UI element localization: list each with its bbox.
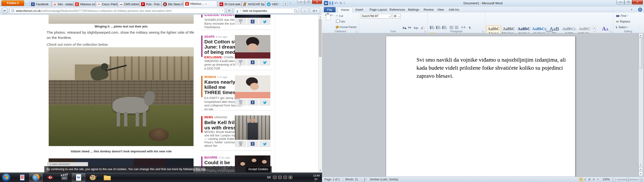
scroll-up-icon[interactable]: ▲ — [319, 16, 322, 18]
replace-button[interactable]: abReplace — [616, 20, 630, 23]
sidebar-thumbnail[interactable] — [235, 75, 270, 98]
styles-dialog-launcher[interactable] — [610, 30, 612, 32]
reload-button[interactable]: ⟳ — [226, 8, 232, 14]
url-bar[interactable]: www.thesun.co.uk/sol/homepage/features/4… — [10, 8, 225, 14]
comments-button[interactable]: 1 — [235, 18, 246, 25]
zoom-slider-thumb[interactable] — [627, 178, 628, 181]
tab-nascar[interactable]: NASCAR Sp... — [242, 2, 265, 7]
volume-muted-icon[interactable]: x — [278, 176, 282, 179]
taskbar-clock[interactable]: 13:4907-Mar-13 — [313, 174, 320, 182]
collapse-ribbon-icon[interactable]: ▲ — [630, 8, 633, 11]
font-size-select[interactable]: 16▾ — [392, 14, 400, 19]
scroll-down-icon[interactable]: ▼ — [319, 169, 322, 171]
font-dialog-launcher[interactable] — [425, 30, 427, 32]
close-button[interactable]: ✕ — [632, 0, 643, 5]
accept-cookies-button[interactable]: Accept Cookies — [246, 167, 270, 172]
full-screen-reading-button[interactable]: ◫ — [583, 177, 587, 181]
outline-view-button[interactable]: ≣ — [592, 177, 596, 181]
site-identity-icon[interactable] — [11, 9, 14, 12]
tab-file[interactable]: File — [324, 7, 336, 12]
bookmarks-menu-button[interactable]: ▤ ▾ — [310, 8, 320, 14]
taskbar-item-firefox[interactable] — [29, 173, 42, 182]
scroll-down-icon[interactable]: ▼ — [638, 163, 642, 167]
bookmark-star-icon[interactable]: ☆ — [218, 9, 221, 13]
facebook-share-button[interactable]: f — [247, 140, 258, 147]
tab-close-icon[interactable]: x — [205, 2, 207, 5]
zoom-out-button[interactable]: − — [612, 178, 616, 181]
scroll-up-icon[interactable]: ▲ — [638, 33, 642, 37]
home-button[interactable]: ⌂ — [301, 8, 308, 14]
sidebar-item-soaps[interactable]: SOAPS9 hrs ago Dot Cotton star June: I d… — [201, 35, 272, 70]
comments-button[interactable]: 14 — [235, 99, 246, 106]
cookie-link[interactable]: this link — [196, 167, 206, 171]
scrollbar-thumb[interactable] — [319, 19, 322, 57]
minimize-button[interactable]: — — [616, 0, 624, 5]
sidebar-item-news[interactable]: NEWSUPDATED Belle Kell frills us with dr… — [201, 116, 272, 150]
find-button[interactable]: Find▾ — [616, 14, 628, 18]
twitter-share-button[interactable] — [259, 140, 270, 147]
next-page-icon[interactable]: ▼ — [638, 171, 642, 176]
font-name-select[interactable]: Dutch766 BT▾ — [361, 14, 391, 19]
zoom-in-button[interactable]: + — [640, 178, 643, 181]
taskbar-item-media-player[interactable]: 3 2 1 — [58, 173, 71, 182]
section-tag[interactable]: BIZARRE9 hrs ago — [204, 156, 230, 159]
restore-button[interactable]: ❐ — [305, 0, 312, 4]
browser-scrollbar[interactable]: ▲ ▼ — [318, 15, 322, 172]
facebook-share-button[interactable]: f — [247, 99, 258, 106]
help-button[interactable]: ? — [638, 8, 642, 12]
tab-scroll-left-icon[interactable]: ‹ — [26, 2, 26, 5]
spellcheck-icon[interactable] — [364, 178, 364, 181]
back-button[interactable]: ← — [2, 7, 8, 14]
document-text-line[interactable]: Svi smo navikli da vojnike viđamo u najo… — [416, 57, 558, 63]
tab-alo[interactable]: A!Ceca i Palm... — [96, 2, 118, 7]
web-layout-button[interactable]: ▥ — [588, 177, 592, 181]
sidebar-thumbnail[interactable] — [235, 15, 270, 18]
tab-add-ins[interactable]: Add-Ins — [446, 7, 462, 12]
page-count[interactable]: Page: 1 of 1 — [324, 178, 340, 181]
taskbar-item-word[interactable]: W — [72, 173, 85, 182]
sidebar-item-comic-relief[interactable]: Comic Relief SHAMELESS star Alice Barry … — [201, 15, 272, 30]
tab-sun-1[interactable]: SHilarious co... — [74, 2, 96, 7]
tab-scroll-right-icon[interactable]: › — [278, 2, 280, 5]
document-text-line[interactable]: zapravo blesavi. — [416, 73, 558, 79]
paste-button[interactable]: Paste ▾ — [324, 13, 334, 30]
print-layout-view-button[interactable]: ▤ — [579, 177, 583, 181]
scrollbar-thumb[interactable] — [639, 38, 642, 68]
section-tag[interactable]: SOAPS9 hrs ago — [204, 35, 227, 38]
search-input[interactable] — [243, 9, 293, 13]
tab-video[interactable]: piVIDE — [265, 2, 278, 7]
tab-insert[interactable]: Insert — [352, 7, 366, 12]
comments-button[interactable]: 28 — [235, 140, 246, 147]
language-indicator[interactable]: SR — [267, 176, 271, 179]
new-tab-button[interactable]: + — [283, 2, 288, 6]
sidebar-thumbnail[interactable] — [235, 35, 270, 59]
search-bar[interactable]: g ▾ — [234, 8, 299, 14]
tab-puls[interactable]: PPuls - Puls ... — [140, 2, 162, 7]
search-icon[interactable] — [294, 9, 297, 12]
facebook-share-button[interactable]: f — [247, 59, 258, 66]
language-indicator[interactable]: Serbian (Latin, Serbia) — [370, 178, 398, 181]
zoom-level[interactable]: 100% — [602, 178, 610, 181]
google-icon[interactable]: g — [236, 9, 239, 13]
tab-facebook[interactable]: fFacebook — [29, 2, 52, 7]
search-engine-dropdown-icon[interactable]: ▾ — [240, 10, 242, 12]
tab-view[interactable]: View — [434, 7, 447, 12]
copy-button[interactable]: Copy — [336, 20, 345, 23]
taskbar-item-irfanview[interactable] — [44, 173, 57, 182]
section-tag[interactable]: NEWSUPDATED — [204, 116, 227, 119]
document-page[interactable]: Svi smo navikli da vojnike viđamo u najo… — [386, 36, 575, 176]
restore-button[interactable]: ❐ — [624, 0, 632, 5]
twitter-share-button[interactable] — [259, 18, 270, 25]
styles-scroll-up-icon[interactable]: ▲ — [593, 26, 596, 30]
input-tray-icon[interactable]: x — [284, 176, 287, 179]
facebook-share-button[interactable]: f — [247, 18, 258, 25]
paragraph-dialog-launcher[interactable] — [482, 30, 484, 32]
tab-blic[interactable]: BBlic News F... — [162, 2, 184, 7]
draft-view-button[interactable]: ≡ — [596, 177, 600, 181]
cut-button[interactable]: ✂Cut — [336, 14, 343, 18]
network-icon[interactable]: ▮ — [288, 176, 292, 179]
tab-mailings[interactable]: Mailings — [405, 7, 422, 12]
section-tag[interactable]: WOMAN1 hr ago — [204, 75, 227, 79]
graphics-tray-icon[interactable]: x — [273, 176, 276, 179]
taskbar-item-explorer[interactable] — [100, 173, 114, 182]
